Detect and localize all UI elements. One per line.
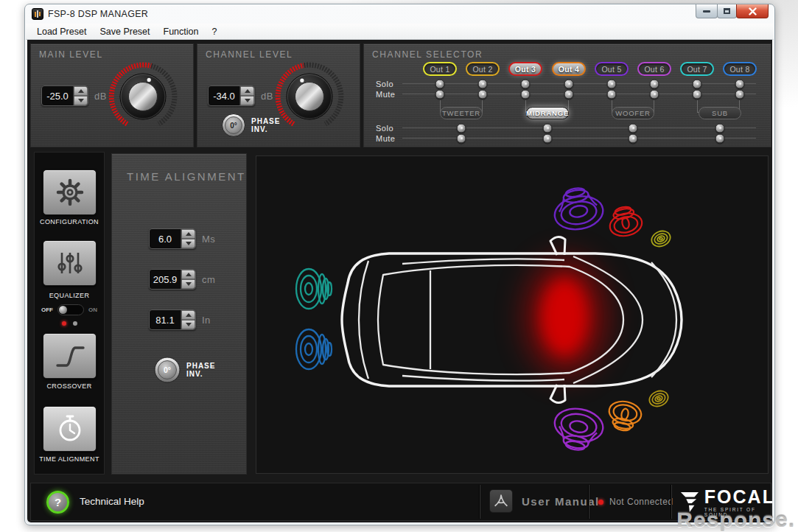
main-level-knob[interactable] — [105, 58, 181, 135]
distance-cm-decrement-button[interactable] — [181, 279, 195, 289]
screenshot-stage: FSP-8 DSP MANAGER Load Preset Save Prese… — [0, 0, 798, 532]
speaker-front-right-tweeter[interactable] — [647, 388, 671, 409]
speaker-rear-right-sub[interactable] — [296, 329, 332, 369]
minimize-button[interactable] — [696, 4, 718, 18]
solo-toggle-midrange[interactable] — [543, 124, 553, 133]
distance-cm-value[interactable]: 205.9 — [150, 270, 181, 289]
technical-help-button[interactable]: ? — [46, 491, 69, 514]
solo-row-label: Solo — [376, 80, 393, 88]
speaker-rear-left-sub[interactable] — [296, 269, 332, 309]
channel-level-knob[interactable] — [271, 58, 348, 135]
sidebar-item-configuration[interactable] — [43, 169, 97, 215]
sub-group-button[interactable]: SUB — [699, 107, 741, 119]
distance-in-unit: In — [202, 315, 211, 326]
mute-toggle-tweeter[interactable] — [457, 134, 466, 144]
out-6-button[interactable]: Out 6 — [637, 62, 671, 76]
time-alignment-panel: TIME ALIGNMENT 6.0 Ms 205.9 cm — [111, 153, 247, 475]
solo-toggle-out-8[interactable] — [735, 80, 745, 89]
time-alignment-phase-invert-button[interactable]: 0° — [153, 356, 181, 384]
menu-help[interactable]: ? — [205, 24, 223, 39]
menu-function[interactable]: Function — [157, 24, 206, 39]
arrow-up-icon — [186, 313, 192, 317]
technical-help-label[interactable]: Technical Help — [80, 496, 144, 507]
distance-in-value[interactable]: 81.1 — [150, 310, 181, 329]
mute-toggle-out-3[interactable] — [521, 90, 531, 99]
woofer-group-button[interactable]: WOOFER — [612, 107, 654, 119]
solo-toggle-out-4[interactable] — [564, 80, 574, 89]
main-level-spinner: -25.0 — [41, 85, 88, 106]
out-5-button[interactable]: Out 5 — [595, 62, 629, 76]
solo-toggle-out-6[interactable] — [650, 80, 659, 89]
solo-toggle-woofer[interactable] — [629, 124, 638, 133]
channel-level-decrement-button[interactable] — [240, 96, 254, 105]
window-title: FSP-8 DSP MANAGER — [48, 9, 148, 19]
mute-toggle-out-7[interactable] — [693, 90, 702, 99]
menu-load-preset[interactable]: Load Preset — [30, 24, 93, 39]
channel-level-increment-button[interactable] — [240, 86, 254, 96]
speaker-front-left-midrange[interactable] — [606, 204, 644, 239]
main-level-decrement-button[interactable] — [74, 96, 88, 105]
delay-ms-increment-button[interactable] — [181, 229, 195, 239]
solo-toggle-out-3[interactable] — [521, 80, 531, 89]
connection-status: Not Connected — [598, 497, 673, 507]
close-icon — [749, 7, 757, 15]
mute-toggle-out-4[interactable] — [564, 90, 574, 99]
out-7-button[interactable]: Out 7 — [680, 62, 714, 76]
sidebar-item-time-alignment[interactable] — [43, 406, 97, 452]
speaker-front-right-midrange[interactable] — [606, 399, 643, 433]
distance-in-decrement-button[interactable] — [181, 320, 195, 329]
solo-toggle-out-2[interactable] — [478, 80, 488, 89]
speaker-front-left-tweeter[interactable] — [649, 228, 673, 249]
mute-toggle-sub[interactable] — [715, 134, 725, 144]
sidebar-label-time-alignment: TIME ALIGNMENT — [35, 455, 104, 463]
out-3-button[interactable]: Out 3 — [508, 62, 542, 76]
eq-on-off-switch[interactable] — [57, 304, 84, 315]
eq-on-label: ON — [88, 307, 97, 313]
mute-toggle-out-2[interactable] — [478, 90, 488, 99]
solo-toggle-sub[interactable] — [715, 124, 725, 133]
channel-level-value[interactable]: -34.0 — [209, 86, 239, 105]
user-manual-button[interactable]: User Manual — [489, 489, 600, 513]
group-mute-row-label: Mute — [376, 134, 395, 143]
main-level-value[interactable]: -25.0 — [42, 86, 73, 105]
arrow-down-icon — [186, 242, 192, 245]
close-button[interactable] — [736, 4, 769, 18]
mute-toggle-out-1[interactable] — [435, 90, 445, 99]
maximize-button[interactable] — [717, 4, 737, 18]
out-4-button[interactable]: Out 4 — [552, 62, 586, 76]
mute-toggle-out-6[interactable] — [650, 90, 659, 99]
time-alignment-phase-label: PHASE INV. — [186, 362, 215, 378]
midrange-group-button[interactable]: MIDRANGE — [526, 107, 569, 119]
app-window: FSP-8 DSP MANAGER Load Preset Save Prese… — [24, 4, 775, 525]
mute-toggle-out-8[interactable] — [735, 90, 745, 99]
distance-cm-spinner: 205.9 — [149, 269, 196, 290]
distance-cm-increment-button[interactable] — [181, 270, 195, 279]
sidebar-item-crossover[interactable] — [43, 333, 97, 379]
out-1-button[interactable]: Out 1 — [423, 62, 457, 76]
tweeter-group-button[interactable]: TWEETER — [440, 107, 483, 119]
speaker-front-right-woofer[interactable] — [550, 405, 606, 454]
speaker-front-left-woofer[interactable] — [550, 184, 606, 233]
main-level-increment-button[interactable] — [74, 86, 88, 96]
mute-toggle-out-5[interactable] — [607, 90, 617, 99]
solo-toggle-out-7[interactable] — [693, 80, 702, 89]
delay-ms-value[interactable]: 6.0 — [150, 229, 181, 248]
out-2-button[interactable]: Out 2 — [466, 62, 500, 76]
car-diagram — [256, 156, 768, 473]
mute-toggle-woofer[interactable] — [629, 134, 638, 144]
solo-toggle-out-5[interactable] — [607, 80, 617, 89]
solo-toggle-out-1[interactable] — [435, 80, 445, 89]
solo-toggle-tweeter[interactable] — [457, 124, 466, 133]
distance-in-increment-button[interactable] — [181, 310, 195, 320]
menu-save-preset[interactable]: Save Preset — [93, 24, 156, 39]
main-level-title: MAIN LEVEL — [39, 49, 103, 60]
out-8-button[interactable]: Out 8 — [723, 62, 757, 76]
time-alignment-title: TIME ALIGNMENT — [127, 170, 246, 183]
channel-phase-invert-button[interactable]: 0° — [221, 113, 246, 138]
footer-divider — [671, 485, 671, 519]
title-bar[interactable]: FSP-8 DSP MANAGER — [25, 4, 774, 24]
delay-ms-decrement-button[interactable] — [181, 239, 195, 248]
mute-toggle-midrange[interactable] — [543, 134, 553, 144]
eq-off-led — [62, 321, 66, 326]
sidebar-item-equalizer[interactable] — [43, 240, 97, 286]
